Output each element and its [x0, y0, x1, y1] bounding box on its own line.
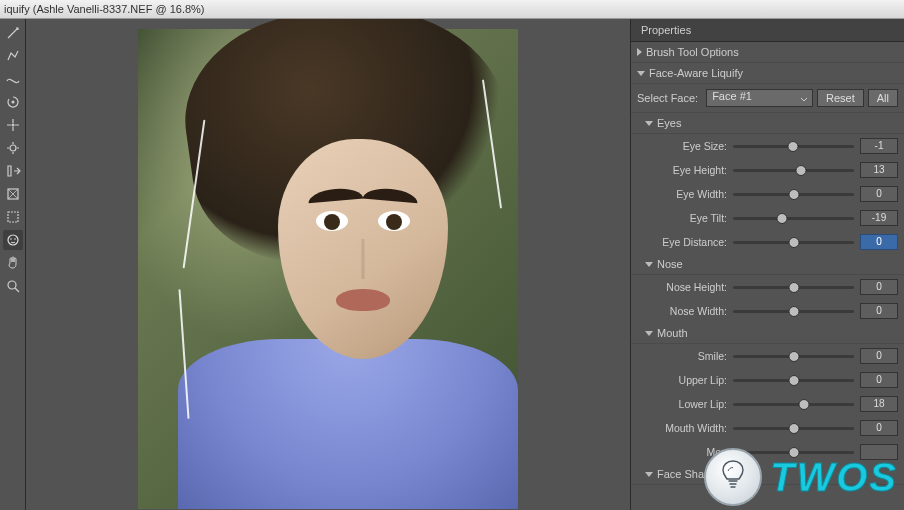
- mouth-slider-label: Smile:: [637, 350, 727, 362]
- eye-slider-row: Eye Height:13: [631, 158, 904, 182]
- slider-thumb-icon[interactable]: [788, 306, 799, 317]
- reset-button[interactable]: Reset: [817, 89, 864, 107]
- eye-slider[interactable]: [733, 161, 854, 179]
- svg-point-0: [11, 101, 14, 104]
- eye-slider-value[interactable]: 0: [860, 186, 898, 202]
- image-canvas[interactable]: [138, 29, 518, 509]
- svg-point-7: [14, 238, 16, 240]
- mouth-slider-label: Lower Lip:: [637, 398, 727, 410]
- slider-thumb-icon[interactable]: [777, 213, 788, 224]
- mouth-slider-value[interactable]: 0: [860, 348, 898, 364]
- eye-slider-row: Eye Size:-1: [631, 134, 904, 158]
- eye-slider[interactable]: [733, 233, 854, 251]
- brush-options-label: Brush Tool Options: [646, 46, 739, 58]
- slider-thumb-icon[interactable]: [788, 447, 799, 458]
- nose-slider-label: Nose Width:: [637, 305, 727, 317]
- slider-thumb-icon[interactable]: [788, 375, 799, 386]
- pucker-tool[interactable]: [3, 115, 23, 135]
- nose-slider[interactable]: [733, 278, 854, 296]
- chevron-down-icon: [637, 71, 645, 76]
- svg-point-2: [10, 145, 16, 151]
- slider-thumb-icon[interactable]: [788, 351, 799, 362]
- svg-point-6: [10, 238, 12, 240]
- face-dropdown-value: Face #1: [712, 90, 752, 102]
- face-shape-group-header[interactable]: Face Shape: [631, 464, 904, 485]
- twirl-tool[interactable]: [3, 92, 23, 112]
- mouth-slider-value[interactable]: 0: [860, 372, 898, 388]
- select-face-label: Select Face:: [637, 92, 702, 104]
- eye-slider-value[interactable]: -1: [860, 138, 898, 154]
- all-button[interactable]: All: [868, 89, 898, 107]
- svg-point-5: [8, 235, 18, 245]
- select-face-row: Select Face: Face #1 Reset All: [631, 84, 904, 113]
- eye-slider-value[interactable]: -19: [860, 210, 898, 226]
- mouth-slider-row: Smile:0: [631, 344, 904, 368]
- push-left-tool[interactable]: [3, 161, 23, 181]
- nose-group-header[interactable]: Nose: [631, 254, 904, 275]
- freeze-mask-tool[interactable]: [3, 184, 23, 204]
- mouth-slider-row: Mouth Width:0: [631, 416, 904, 440]
- hand-tool[interactable]: [3, 253, 23, 273]
- smooth-tool[interactable]: [3, 69, 23, 89]
- nose-slider-value[interactable]: 0: [860, 279, 898, 295]
- chevron-right-icon: [637, 48, 642, 56]
- nose-group-label: Nose: [657, 258, 683, 270]
- eye-slider-row: Eye Width:0: [631, 182, 904, 206]
- mouth-slider-label: Mou: [637, 446, 727, 458]
- slider-thumb-icon[interactable]: [788, 423, 799, 434]
- eye-slider-label: Eye Size:: [637, 140, 727, 152]
- mouth-group-label: Mouth: [657, 327, 688, 339]
- brush-tool-options-section[interactable]: Brush Tool Options: [631, 42, 904, 63]
- eye-slider-label: Eye Height:: [637, 164, 727, 176]
- mouth-slider[interactable]: [733, 443, 854, 461]
- eyes-group-header[interactable]: Eyes: [631, 113, 904, 134]
- svg-rect-4: [8, 212, 18, 222]
- zoom-tool[interactable]: [3, 276, 23, 296]
- mouth-slider[interactable]: [733, 419, 854, 437]
- canvas-area: [26, 19, 630, 510]
- mouth-slider[interactable]: [733, 395, 854, 413]
- photo-background: [138, 29, 518, 509]
- svg-point-1: [11, 124, 14, 127]
- eye-slider-row: Eye Tilt:-19: [631, 206, 904, 230]
- nose-slider-row: Nose Width:0: [631, 299, 904, 323]
- eye-slider[interactable]: [733, 137, 854, 155]
- slider-thumb-icon[interactable]: [799, 399, 810, 410]
- slider-thumb-icon[interactable]: [796, 165, 807, 176]
- eye-slider-label: Eye Width:: [637, 188, 727, 200]
- nose-slider-row: Nose Height:0: [631, 275, 904, 299]
- mouth-slider-value[interactable]: [860, 444, 898, 460]
- mouth-slider[interactable]: [733, 347, 854, 365]
- bloat-tool[interactable]: [3, 138, 23, 158]
- window-title-bar: iquify (Ashle Vanelli-8337.NEF @ 16.8%): [0, 0, 904, 19]
- window-title: iquify (Ashle Vanelli-8337.NEF @ 16.8%): [4, 3, 205, 15]
- slider-thumb-icon[interactable]: [788, 237, 799, 248]
- face-aware-label: Face-Aware Liquify: [649, 67, 743, 79]
- nose-slider-label: Nose Height:: [637, 281, 727, 293]
- slider-thumb-icon[interactable]: [788, 189, 799, 200]
- forward-warp-tool[interactable]: [3, 23, 23, 43]
- eye-slider[interactable]: [733, 185, 854, 203]
- face-aware-liquify-section[interactable]: Face-Aware Liquify: [631, 63, 904, 84]
- mouth-slider-row: Upper Lip:0: [631, 368, 904, 392]
- eye-slider[interactable]: [733, 209, 854, 227]
- eye-slider-label: Eye Distance:: [637, 236, 727, 248]
- nose-slider[interactable]: [733, 302, 854, 320]
- face-tool[interactable]: [3, 230, 23, 250]
- eye-slider-row: Eye Distance:0: [631, 230, 904, 254]
- mouth-group-header[interactable]: Mouth: [631, 323, 904, 344]
- eye-slider-value[interactable]: 13: [860, 162, 898, 178]
- mouth-slider-value[interactable]: 0: [860, 420, 898, 436]
- thaw-mask-tool[interactable]: [3, 207, 23, 227]
- slider-thumb-icon[interactable]: [787, 141, 798, 152]
- mouth-slider[interactable]: [733, 371, 854, 389]
- chevron-down-icon: [645, 121, 653, 126]
- reconstruct-tool[interactable]: [3, 46, 23, 66]
- slider-thumb-icon[interactable]: [788, 282, 799, 293]
- face-dropdown[interactable]: Face #1: [706, 89, 813, 107]
- svg-point-8: [8, 281, 16, 289]
- eye-slider-value[interactable]: 0: [860, 234, 898, 250]
- mouth-slider-row: Lower Lip:18: [631, 392, 904, 416]
- mouth-slider-value[interactable]: 18: [860, 396, 898, 412]
- nose-slider-value[interactable]: 0: [860, 303, 898, 319]
